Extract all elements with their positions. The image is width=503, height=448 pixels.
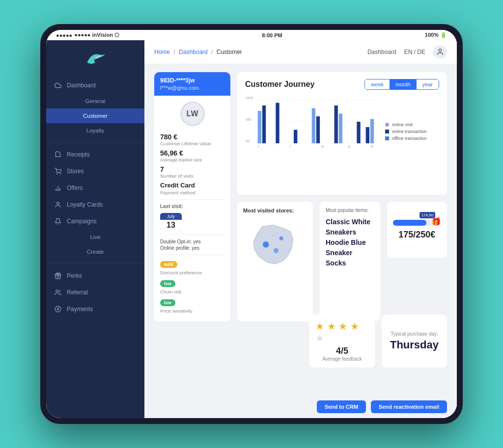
main-content: Home / Dashboard / Customer Dashboard EN… (144, 40, 457, 418)
sidebar-item-create[interactable]: Create (46, 244, 144, 259)
tab-week[interactable]: week (365, 79, 390, 89)
tab-year[interactable]: year (417, 79, 439, 89)
breadcrumb-home[interactable]: Home (154, 49, 170, 55)
svg-text:7: 7 (289, 145, 291, 148)
status-left: ●●●●● ●●●●● inVision ⬡ (56, 32, 119, 38)
svg-rect-20 (276, 103, 279, 144)
cal-month: July (160, 213, 182, 220)
cart-icon (54, 167, 62, 175)
content-grid: 983D-****3jw l***w@gmx.com LW 780 € Cust… (154, 72, 447, 321)
user-avatar-icon[interactable] (433, 45, 447, 59)
sidebar-item-stores[interactable]: Stores (46, 163, 144, 180)
svg-rect-21 (294, 130, 297, 144)
send-reactivation-button[interactable]: Send reactivation email (371, 400, 447, 413)
lifetime-value-label: Customer Lifetime Value (160, 141, 224, 146)
loyalty-value: 175/250€ (398, 230, 435, 240)
svg-rect-22 (312, 108, 315, 144)
signal-icon: ●●●●● (56, 32, 72, 38)
sidebar: Dashboard General Customer Loyalty (46, 40, 144, 418)
svg-text:14: 14 (321, 145, 324, 148)
discount-badge: mild (160, 261, 177, 268)
chart-legend: online visit online transaction (385, 95, 439, 149)
svg-rect-25 (339, 114, 342, 144)
journey-card: Customer Journey week month year (237, 72, 447, 195)
sidebar-item-referral[interactable]: Referral (46, 284, 144, 301)
sidebar-label-create: Create (87, 249, 104, 255)
payment-label: Payment method (160, 190, 224, 195)
loyalty-bar-fill (393, 220, 427, 226)
popular-item-3: Sneaker Socks (326, 248, 374, 268)
discount-label: Discount preference (160, 270, 224, 275)
tab-month[interactable]: month (390, 79, 417, 89)
svg-point-0 (57, 174, 57, 174)
lang-selector[interactable]: EN / DE (404, 49, 425, 55)
sidebar-item-perks[interactable]: Perks (46, 267, 144, 284)
svg-point-1 (60, 174, 60, 174)
nav-label: Dashboard (367, 49, 396, 55)
visits-row: 7 Number of visits (160, 165, 224, 179)
svg-point-35 (279, 236, 283, 240)
sidebar-item-dashboard[interactable]: Dashboard (46, 77, 144, 94)
sidebar-label-live: Live (90, 234, 100, 240)
journey-header: Customer Journey week month year (245, 79, 439, 90)
status-time: 8:00 PM (262, 32, 282, 38)
bell-icon (54, 217, 62, 225)
sidebar-item-receipts[interactable]: Receipts (46, 146, 144, 163)
sidebar-item-live[interactable]: Live (46, 230, 144, 244)
star-5: ★ (315, 333, 324, 343)
tablet: ●●●●● ●●●●● inVision ⬡ 8:00 PM 100% 🔋 (40, 24, 463, 424)
last-visit-label: Last visit: (160, 204, 224, 209)
sidebar-item-campaigns[interactable]: Campaigns (46, 213, 144, 230)
sidebar-item-customer[interactable]: Customer (46, 108, 144, 123)
content-area: 983D-****3jw l***w@gmx.com LW 780 € Cust… (144, 64, 457, 395)
sidebar-label-campaigns: Campaigns (67, 218, 97, 225)
feedback-card: ★ ★ ★ ★ ★ 4/5 Average feedback (309, 315, 375, 368)
sidebar-item-offers[interactable]: Offers (46, 180, 144, 196)
status-right: 100% 🔋 (425, 32, 447, 38)
svg-point-10 (55, 306, 61, 312)
chart-icon (54, 184, 62, 192)
sidebar-item-loyalty-sub[interactable]: Loyalty (46, 123, 144, 138)
svg-point-9 (56, 290, 58, 292)
svg-text:28: 28 (370, 145, 374, 148)
sidebar-label-receipts: Receipts (67, 151, 90, 158)
divider-1 (160, 199, 224, 200)
star-1: ★ (315, 321, 324, 332)
chart-svg: €100 €50 €0 (245, 95, 380, 149)
legend-online-transaction: online transaction (385, 129, 439, 134)
svg-point-34 (263, 241, 269, 248)
svg-rect-27 (366, 127, 369, 143)
customer-header: 983D-****3jw l***w@gmx.com (154, 72, 230, 96)
sidebar-divider-1 (46, 142, 144, 142)
svg-rect-19 (262, 105, 266, 143)
logo-icon (83, 50, 108, 67)
svg-point-11 (439, 49, 441, 52)
price-badge: low (160, 299, 175, 306)
breadcrumb-dashboard[interactable]: Dashboard (179, 49, 208, 55)
receipt-icon (54, 151, 62, 158)
online-profile: Online profile: yes (160, 245, 224, 251)
sidebar-item-general[interactable]: General (46, 94, 144, 108)
purchase-day-value: Thursday (390, 339, 439, 351)
purchase-day-label: Typical purchase day: (391, 331, 438, 337)
send-crm-button[interactable]: Send to CRM (317, 400, 366, 413)
sidebar-label-loyalty-cards: Loyalty Cards (67, 201, 103, 208)
sidebar-divider-2 (46, 263, 144, 264)
svg-text:€100: €100 (246, 96, 253, 100)
sidebar-label-stores: Stores (67, 168, 84, 175)
basket-row: 56,96 € Average basket size (160, 149, 224, 162)
right-panel: Customer Journey week month year (237, 72, 447, 321)
legend-label-offline-tx: offline transaction (392, 136, 426, 141)
lifetime-value-row: 780 € Customer Lifetime Value (160, 133, 224, 146)
popular-title: Most popular items: (326, 208, 374, 213)
legend-sq-offline-tx (385, 136, 389, 140)
svg-point-36 (274, 248, 279, 253)
sidebar-item-loyalty-cards[interactable]: Loyalty Cards (46, 196, 144, 213)
footer: Send to CRM Send reactivation email (144, 395, 457, 418)
svg-point-6 (57, 202, 59, 205)
sidebar-item-payments[interactable]: Payments (46, 301, 144, 317)
app-container: Dashboard General Customer Loyalty (46, 40, 457, 418)
sidebar-label-payments: Payments (67, 306, 93, 313)
most-visited-title: Most visited stores: (243, 208, 307, 213)
gift-icon (54, 272, 62, 280)
